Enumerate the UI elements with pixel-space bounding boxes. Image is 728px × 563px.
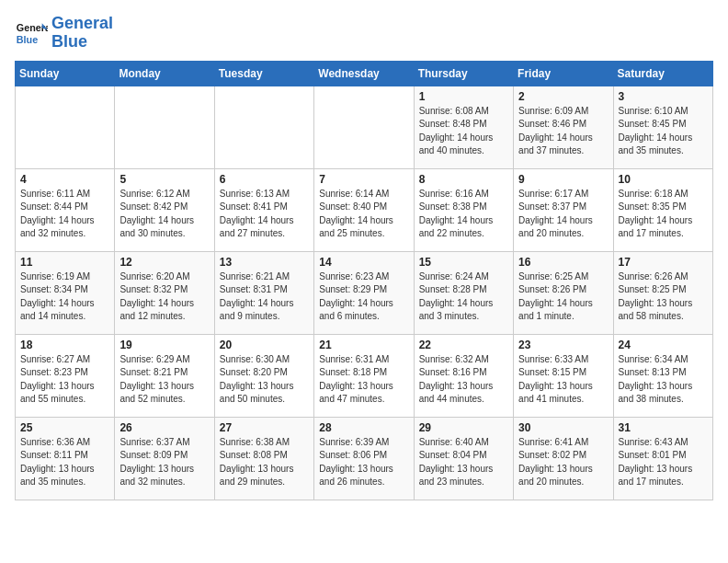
calendar-cell: 10Sunrise: 6:18 AM Sunset: 8:35 PM Dayli… — [613, 168, 712, 251]
cell-content: Sunrise: 6:10 AM Sunset: 8:45 PM Dayligh… — [619, 105, 708, 158]
day-number: 20 — [220, 339, 309, 351]
weekday-header-thursday: Thursday — [414, 61, 513, 86]
cell-content: Sunrise: 6:27 AM Sunset: 8:23 PM Dayligh… — [20, 353, 109, 407]
day-number: 4 — [20, 173, 109, 186]
day-number: 27 — [220, 421, 309, 434]
calendar-cell: 30Sunrise: 6:41 AM Sunset: 8:02 PM Dayli… — [514, 417, 613, 500]
cell-content: Sunrise: 6:33 AM Sunset: 8:15 PM Dayligh… — [518, 353, 608, 407]
weekday-header-wednesday: Wednesday — [314, 61, 414, 86]
calendar-cell: 18Sunrise: 6:27 AM Sunset: 8:23 PM Dayli… — [16, 334, 115, 417]
day-number: 10 — [619, 173, 708, 186]
day-number: 1 — [419, 90, 508, 103]
cell-content: Sunrise: 6:17 AM Sunset: 8:37 PM Dayligh… — [518, 188, 608, 241]
calendar-cell: 25Sunrise: 6:36 AM Sunset: 8:11 PM Dayli… — [16, 417, 115, 500]
calendar-cell: 12Sunrise: 6:20 AM Sunset: 8:32 PM Dayli… — [115, 251, 214, 334]
day-number: 29 — [419, 421, 508, 434]
calendar-cell: 26Sunrise: 6:37 AM Sunset: 8:09 PM Dayli… — [115, 417, 214, 500]
calendar-cell — [314, 86, 414, 168]
day-number: 31 — [619, 421, 708, 434]
day-number: 19 — [119, 339, 209, 351]
calendar-cell: 13Sunrise: 6:21 AM Sunset: 8:31 PM Dayli… — [214, 251, 313, 334]
day-number: 14 — [319, 256, 408, 269]
cell-content: Sunrise: 6:36 AM Sunset: 8:11 PM Dayligh… — [20, 436, 109, 489]
calendar-cell: 9Sunrise: 6:17 AM Sunset: 8:37 PM Daylig… — [514, 168, 613, 251]
weekday-header-sunday: Sunday — [16, 61, 115, 86]
calendar-cell: 3Sunrise: 6:10 AM Sunset: 8:45 PM Daylig… — [613, 86, 712, 168]
calendar-table: SundayMondayTuesdayWednesdayThursdayFrid… — [15, 61, 713, 500]
calendar-cell: 11Sunrise: 6:19 AM Sunset: 8:34 PM Dayli… — [16, 251, 115, 334]
calendar-cell — [16, 86, 115, 168]
day-number: 6 — [220, 173, 309, 186]
day-number: 16 — [518, 256, 608, 269]
weekday-header-friday: Friday — [514, 61, 613, 86]
day-number: 8 — [419, 173, 508, 186]
calendar-cell — [115, 86, 214, 168]
day-number: 13 — [220, 256, 309, 269]
cell-content: Sunrise: 6:09 AM Sunset: 8:46 PM Dayligh… — [518, 105, 608, 158]
day-number: 7 — [319, 173, 408, 186]
cell-content: Sunrise: 6:20 AM Sunset: 8:32 PM Dayligh… — [119, 270, 209, 324]
day-number: 11 — [20, 256, 109, 269]
logo-text: GeneralBlue — [51, 15, 113, 52]
calendar-cell: 16Sunrise: 6:25 AM Sunset: 8:26 PM Dayli… — [514, 251, 613, 334]
calendar-cell: 24Sunrise: 6:34 AM Sunset: 8:13 PM Dayli… — [613, 334, 712, 417]
day-number: 17 — [619, 256, 708, 269]
day-number: 24 — [619, 339, 708, 351]
cell-content: Sunrise: 6:43 AM Sunset: 8:01 PM Dayligh… — [619, 436, 708, 489]
weekday-header-saturday: Saturday — [613, 61, 712, 86]
cell-content: Sunrise: 6:14 AM Sunset: 8:40 PM Dayligh… — [319, 188, 408, 241]
calendar-cell: 15Sunrise: 6:24 AM Sunset: 8:28 PM Dayli… — [414, 251, 513, 334]
weekday-header-tuesday: Tuesday — [214, 61, 313, 86]
cell-content: Sunrise: 6:23 AM Sunset: 8:29 PM Dayligh… — [319, 270, 408, 324]
day-number: 5 — [119, 173, 209, 186]
calendar-cell: 5Sunrise: 6:12 AM Sunset: 8:42 PM Daylig… — [115, 168, 214, 251]
cell-content: Sunrise: 6:32 AM Sunset: 8:16 PM Dayligh… — [419, 353, 508, 407]
calendar-cell: 2Sunrise: 6:09 AM Sunset: 8:46 PM Daylig… — [514, 86, 613, 168]
calendar-cell: 29Sunrise: 6:40 AM Sunset: 8:04 PM Dayli… — [414, 417, 513, 500]
calendar-cell: 19Sunrise: 6:29 AM Sunset: 8:21 PM Dayli… — [115, 334, 214, 417]
day-number: 2 — [518, 90, 608, 103]
day-number: 22 — [419, 339, 508, 351]
cell-content: Sunrise: 6:37 AM Sunset: 8:09 PM Dayligh… — [119, 436, 209, 489]
cell-content: Sunrise: 6:13 AM Sunset: 8:41 PM Dayligh… — [220, 188, 309, 241]
calendar-cell — [214, 86, 313, 168]
calendar-cell: 27Sunrise: 6:38 AM Sunset: 8:08 PM Dayli… — [214, 417, 313, 500]
calendar-cell: 28Sunrise: 6:39 AM Sunset: 8:06 PM Dayli… — [314, 417, 414, 500]
cell-content: Sunrise: 6:40 AM Sunset: 8:04 PM Dayligh… — [419, 436, 508, 489]
calendar-cell: 23Sunrise: 6:33 AM Sunset: 8:15 PM Dayli… — [514, 334, 613, 417]
cell-content: Sunrise: 6:34 AM Sunset: 8:13 PM Dayligh… — [619, 353, 708, 407]
cell-content: Sunrise: 6:41 AM Sunset: 8:02 PM Dayligh… — [518, 436, 608, 489]
calendar-cell: 1Sunrise: 6:08 AM Sunset: 8:48 PM Daylig… — [414, 86, 513, 168]
cell-content: Sunrise: 6:29 AM Sunset: 8:21 PM Dayligh… — [119, 353, 209, 407]
logo: General Blue GeneralBlue — [15, 15, 113, 52]
day-number: 3 — [619, 90, 708, 103]
cell-content: Sunrise: 6:11 AM Sunset: 8:44 PM Dayligh… — [20, 188, 109, 241]
page-header: General Blue GeneralBlue — [15, 15, 713, 52]
cell-content: Sunrise: 6:21 AM Sunset: 8:31 PM Dayligh… — [220, 270, 309, 324]
day-number: 23 — [518, 339, 608, 351]
day-number: 9 — [518, 173, 608, 186]
calendar-cell: 8Sunrise: 6:16 AM Sunset: 8:38 PM Daylig… — [414, 168, 513, 251]
cell-content: Sunrise: 6:08 AM Sunset: 8:48 PM Dayligh… — [419, 105, 508, 158]
cell-content: Sunrise: 6:18 AM Sunset: 8:35 PM Dayligh… — [619, 188, 708, 241]
calendar-cell: 17Sunrise: 6:26 AM Sunset: 8:25 PM Dayli… — [613, 251, 712, 334]
cell-content: Sunrise: 6:16 AM Sunset: 8:38 PM Dayligh… — [419, 188, 508, 241]
calendar-cell: 20Sunrise: 6:30 AM Sunset: 8:20 PM Dayli… — [214, 334, 313, 417]
calendar-cell: 6Sunrise: 6:13 AM Sunset: 8:41 PM Daylig… — [214, 168, 313, 251]
day-number: 30 — [518, 421, 608, 434]
day-number: 12 — [119, 256, 209, 269]
cell-content: Sunrise: 6:19 AM Sunset: 8:34 PM Dayligh… — [20, 270, 109, 324]
day-number: 26 — [119, 421, 209, 434]
cell-content: Sunrise: 6:39 AM Sunset: 8:06 PM Dayligh… — [319, 436, 408, 489]
calendar-cell: 7Sunrise: 6:14 AM Sunset: 8:40 PM Daylig… — [314, 168, 414, 251]
day-number: 15 — [419, 256, 508, 269]
logo-icon: General Blue — [15, 17, 48, 50]
calendar-cell: 22Sunrise: 6:32 AM Sunset: 8:16 PM Dayli… — [414, 334, 513, 417]
day-number: 28 — [319, 421, 408, 434]
calendar-cell: 21Sunrise: 6:31 AM Sunset: 8:18 PM Dayli… — [314, 334, 414, 417]
weekday-header-monday: Monday — [115, 61, 214, 86]
cell-content: Sunrise: 6:31 AM Sunset: 8:18 PM Dayligh… — [319, 353, 408, 407]
cell-content: Sunrise: 6:24 AM Sunset: 8:28 PM Dayligh… — [419, 270, 508, 324]
day-number: 25 — [20, 421, 109, 434]
cell-content: Sunrise: 6:38 AM Sunset: 8:08 PM Dayligh… — [220, 436, 309, 489]
